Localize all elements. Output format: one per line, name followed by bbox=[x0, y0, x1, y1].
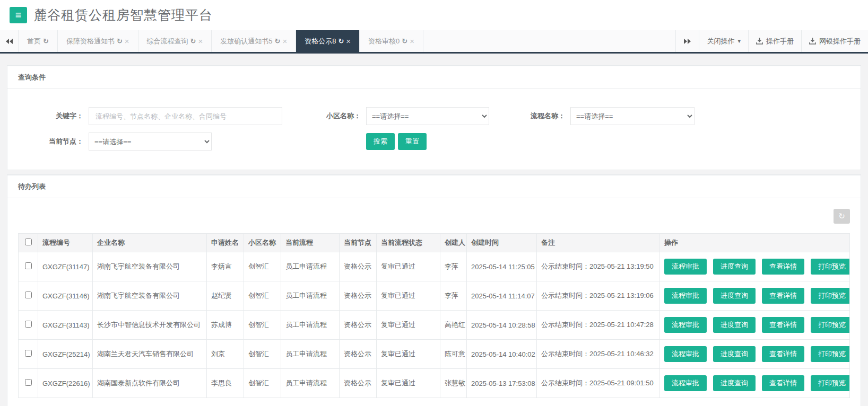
select-all-header-cell bbox=[19, 234, 38, 252]
action-button-流程审批[interactable]: 流程审批 bbox=[664, 346, 707, 362]
action-button-流程审批[interactable]: 流程审批 bbox=[664, 288, 707, 304]
tab-保障资格通知书[interactable]: 保障资格通知书↻× bbox=[58, 30, 138, 52]
scroll-tabs-right-button[interactable] bbox=[675, 30, 699, 52]
row-checkbox[interactable] bbox=[25, 321, 32, 328]
search-button[interactable]: 搜索 bbox=[366, 133, 395, 150]
cell-company: 长沙市中智信息技术开发有限公司 bbox=[93, 311, 207, 340]
action-button-查看详情[interactable]: 查看详情 bbox=[762, 375, 804, 391]
tab-发放确认通知书[interactable]: 发放确认通知书5↻× bbox=[212, 30, 296, 52]
manual-label: 操作手册 bbox=[766, 37, 794, 46]
tab-bar: 首页↻保障资格通知书↻×综合流程查询↻×发放确认通知书5↻×资格公示8↻×资格审… bbox=[0, 30, 868, 54]
double-chevron-left-icon bbox=[5, 38, 13, 45]
row-checkbox-cell bbox=[19, 369, 38, 398]
cell-status: 复审已通过 bbox=[377, 369, 440, 398]
action-button-进度查询[interactable]: 进度查询 bbox=[713, 346, 756, 362]
tab-综合流程查询[interactable]: 综合流程查询↻× bbox=[138, 30, 212, 52]
row-checkbox-cell bbox=[19, 281, 38, 311]
process-name-label: 流程名称： bbox=[489, 111, 570, 121]
tab-close-icon[interactable]: × bbox=[346, 37, 351, 45]
column-header-创建人: 创建人 bbox=[440, 234, 467, 252]
tab-refresh-icon[interactable]: ↻ bbox=[190, 37, 196, 45]
tab-label: 综合流程查询 bbox=[147, 37, 188, 46]
cell-node: 资格公示 bbox=[340, 340, 377, 369]
row-actions-cell: 流程审批进度查询查看详情打印预览 bbox=[660, 340, 850, 369]
action-button-打印预览[interactable]: 打印预览 bbox=[811, 346, 850, 362]
bank-manual-download-link[interactable]: 网银操作手册 bbox=[801, 30, 868, 52]
cell-applicant: 李思良 bbox=[207, 369, 244, 398]
tab-refresh-icon[interactable]: ↻ bbox=[338, 37, 344, 45]
keyword-input[interactable] bbox=[89, 107, 282, 125]
cell-community: 创智汇 bbox=[244, 369, 281, 398]
action-button-查看详情[interactable]: 查看详情 bbox=[762, 259, 804, 275]
refresh-table-button[interactable]: ↻ bbox=[834, 209, 850, 224]
action-button-查看详情[interactable]: 查看详情 bbox=[762, 317, 804, 333]
current-node-select[interactable]: ==请选择== bbox=[89, 133, 212, 151]
cell-code: GXGZF(22616) bbox=[38, 369, 93, 398]
action-button-打印预览[interactable]: 打印预览 bbox=[811, 317, 850, 333]
tab-close-icon[interactable]: × bbox=[198, 37, 203, 45]
hamburger-icon: ≡ bbox=[15, 9, 22, 21]
scroll-tabs-left-button[interactable] bbox=[0, 30, 18, 52]
action-button-流程审批[interactable]: 流程审批 bbox=[664, 375, 707, 391]
bank-manual-label: 网银操作手册 bbox=[819, 37, 861, 46]
tab-首页[interactable]: 首页↻ bbox=[18, 30, 58, 52]
action-button-流程审批[interactable]: 流程审批 bbox=[664, 317, 707, 333]
action-button-进度查询[interactable]: 进度查询 bbox=[713, 375, 756, 391]
select-all-checkbox[interactable] bbox=[25, 239, 32, 245]
caret-down-icon: ▾ bbox=[737, 38, 741, 45]
cell-remark: 公示结束时间：2025-05-21 10:46:32 bbox=[537, 340, 660, 369]
tab-label: 资格公示8 bbox=[305, 37, 336, 46]
action-button-查看详情[interactable]: 查看详情 bbox=[762, 346, 804, 362]
tab-close-icon[interactable]: × bbox=[125, 37, 129, 45]
todo-panel-title: 待办列表 bbox=[7, 175, 861, 198]
tab-资格审核[interactable]: 资格审核0↻× bbox=[360, 30, 423, 52]
row-checkbox[interactable] bbox=[25, 292, 32, 298]
cell-company: 湖南兰天君天汽车销售有限公司 bbox=[93, 340, 207, 369]
tab-资格公示[interactable]: 资格公示8↻× bbox=[296, 30, 360, 52]
action-button-进度查询[interactable]: 进度查询 bbox=[713, 288, 756, 304]
cell-community: 创智汇 bbox=[244, 340, 281, 369]
cell-node: 资格公示 bbox=[340, 281, 377, 311]
action-button-查看详情[interactable]: 查看详情 bbox=[762, 288, 804, 304]
reset-button[interactable]: 重置 bbox=[398, 133, 427, 150]
cell-remark: 公示结束时间：2025-05-21 09:01:50 bbox=[537, 369, 660, 398]
row-checkbox[interactable] bbox=[25, 379, 32, 386]
table-toolbar: ↻ bbox=[18, 209, 850, 224]
cell-applicant: 苏成博 bbox=[207, 311, 244, 340]
cell-created: 2025-05-14 10:40:02 bbox=[467, 340, 537, 369]
cell-node: 资格公示 bbox=[340, 369, 377, 398]
tab-close-icon[interactable]: × bbox=[282, 37, 287, 45]
cell-creator: 陈可意 bbox=[440, 340, 467, 369]
tab-refresh-icon[interactable]: ↻ bbox=[274, 37, 280, 45]
action-button-流程审批[interactable]: 流程审批 bbox=[664, 259, 707, 275]
action-button-打印预览[interactable]: 打印预览 bbox=[811, 288, 850, 304]
action-button-进度查询[interactable]: 进度查询 bbox=[713, 259, 756, 275]
tab-refresh-icon[interactable]: ↻ bbox=[117, 37, 123, 45]
cell-status: 复审已通过 bbox=[377, 311, 440, 340]
row-checkbox[interactable] bbox=[25, 262, 32, 269]
cell-creator: 李萍 bbox=[440, 281, 467, 311]
table-row: GXGZF(31147)湖南飞宇航空装备有限公司李炳言创智汇员工申请流程资格公示… bbox=[19, 252, 850, 281]
cell-code: GXGZF(31146) bbox=[38, 281, 93, 311]
manual-download-link[interactable]: 操作手册 bbox=[748, 30, 801, 52]
row-checkbox[interactable] bbox=[25, 350, 32, 357]
sidebar-toggle-button[interactable]: ≡ bbox=[10, 7, 27, 23]
table-header-row: 流程编号企业名称申请姓名小区名称当前流程当前节点当前流程状态创建人创建时间备注操… bbox=[19, 234, 850, 252]
cell-company: 湖南国泰新点软件有限公司 bbox=[93, 369, 207, 398]
row-actions-cell: 流程审批进度查询查看详情打印预览 bbox=[660, 369, 850, 398]
table-row: GXGZF(22616)湖南国泰新点软件有限公司李思良创智汇员工申请流程资格公示… bbox=[19, 369, 850, 398]
tab-refresh-icon[interactable]: ↻ bbox=[43, 37, 49, 45]
action-button-打印预览[interactable]: 打印预览 bbox=[811, 375, 850, 391]
action-button-进度查询[interactable]: 进度查询 bbox=[713, 317, 756, 333]
column-header-企业名称: 企业名称 bbox=[93, 234, 207, 252]
download-icon bbox=[809, 38, 816, 45]
action-button-打印预览[interactable]: 打印预览 bbox=[811, 259, 850, 275]
close-operations-dropdown[interactable]: 关闭操作 ▾ bbox=[699, 30, 748, 52]
community-select[interactable]: ==请选择== bbox=[366, 107, 489, 125]
column-header-小区名称: 小区名称 bbox=[244, 234, 281, 252]
tab-refresh-icon[interactable]: ↻ bbox=[402, 37, 407, 45]
column-header-申请姓名: 申请姓名 bbox=[207, 234, 244, 252]
tabbar-actions: 关闭操作 ▾ 操作手册 网银操作手册 bbox=[675, 30, 868, 52]
tab-close-icon[interactable]: × bbox=[410, 37, 414, 45]
process-name-select[interactable]: ==请选择== bbox=[570, 107, 695, 125]
